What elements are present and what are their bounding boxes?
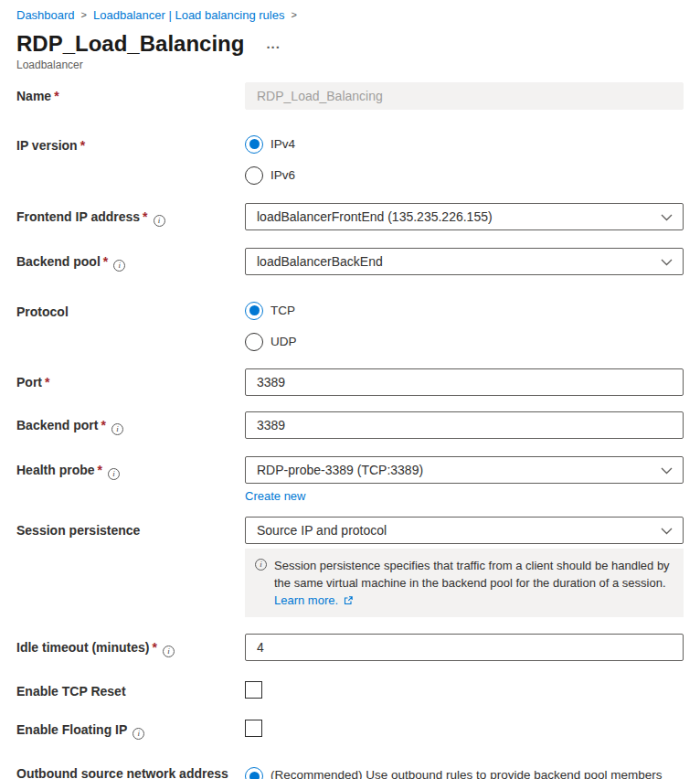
backend-pool-dropdown[interactable]: loadBalancerBackEnd	[245, 248, 684, 275]
row-frontend-ip: Frontend IP address*i loadBalancerFrontE…	[16, 203, 684, 230]
row-name: Name*	[16, 82, 684, 110]
tcp-radio[interactable]	[245, 302, 263, 320]
external-link-icon	[344, 596, 353, 605]
name-label: Name*	[16, 82, 245, 110]
tcp-reset-checkbox[interactable]	[245, 681, 262, 699]
page-title: RDP_Load_Balancing	[16, 31, 244, 57]
required-marker: *	[152, 640, 156, 655]
required-marker: *	[101, 418, 105, 432]
protocol-radio-group: TCP UDP	[245, 301, 684, 351]
tcp-reset-label-text: Enable TCP Reset	[16, 684, 126, 699]
ip-version-radio-group: IPv4 IPv6	[245, 134, 684, 185]
chevron-down-icon	[661, 259, 673, 266]
breadcrumb-separator-icon: >	[291, 9, 296, 20]
info-text: Session persistence specifies that traff…	[274, 559, 670, 590]
info-icon[interactable]: i	[133, 728, 144, 740]
load-balancing-rule-page: Dashboard > Loadbalancer | Load balancin…	[0, 0, 700, 779]
info-icon[interactable]: i	[111, 423, 123, 435]
row-ip-version: IP version* IPv4 IPv6	[16, 134, 684, 185]
udp-radio-label: UDP	[270, 335, 297, 348]
create-new-link[interactable]: Create new	[245, 489, 305, 503]
health-probe-dropdown-value: RDP-probe-3389 (TCP:3389)	[257, 463, 423, 477]
port-label-text: Port	[16, 375, 42, 390]
frontend-ip-label-text: Frontend IP address	[16, 209, 140, 224]
tcp-radio-label: TCP	[270, 304, 295, 317]
frontend-ip-dropdown[interactable]: loadBalancerFrontEnd (135.235.226.155)	[245, 203, 684, 230]
header: RDP_Load_Balancing ...	[16, 31, 684, 57]
name-input[interactable]	[245, 82, 684, 110]
breadcrumb-dashboard[interactable]: Dashboard	[16, 8, 75, 22]
row-backend-pool: Backend pool*i loadBalancerBackEnd	[16, 248, 684, 275]
snat-label-text: Outbound source network address translat…	[16, 766, 228, 779]
row-port: Port*	[16, 368, 684, 396]
row-backend-port: Backend port*i	[16, 411, 684, 439]
health-probe-dropdown[interactable]: RDP-probe-3389 (TCP:3389)	[245, 456, 684, 484]
page-subtitle: Loadbalancer	[16, 59, 684, 71]
learn-more-link[interactable]: Learn more.	[274, 593, 338, 607]
chevron-down-icon	[661, 528, 673, 535]
udp-radio[interactable]	[245, 333, 263, 351]
session-persistence-info-text: Session persistence specifies that traff…	[274, 557, 673, 609]
name-label-text: Name	[16, 89, 51, 103]
ip-version-label: IP version*	[16, 134, 245, 185]
ipv6-radio[interactable]	[245, 166, 263, 185]
snat-option-text-body: (Recommended) Use outbound rules to prov…	[270, 768, 662, 779]
info-icon[interactable]: i	[154, 215, 165, 227]
required-marker: *	[80, 138, 85, 153]
snat-option-recommended[interactable]: (Recommended) Use outbound rules to prov…	[245, 766, 684, 779]
protocol-label: Protocol	[16, 301, 245, 351]
ip-version-option-ipv6[interactable]: IPv6	[245, 165, 684, 185]
more-options-button[interactable]: ...	[266, 39, 281, 48]
protocol-option-tcp[interactable]: TCP	[245, 301, 684, 320]
snat-label: Outbound source network address translat…	[16, 766, 245, 779]
floating-ip-label-text: Enable Floating IP	[16, 722, 127, 737]
info-icon[interactable]: i	[113, 260, 125, 272]
row-session-persistence: Session persistence Source IP and protoc…	[16, 517, 684, 617]
port-input[interactable]	[245, 368, 684, 396]
ipv6-radio-label: IPv6	[270, 168, 295, 182]
breadcrumb: Dashboard > Loadbalancer | Load balancin…	[16, 7, 684, 22]
session-persistence-dropdown[interactable]: Source IP and protocol	[245, 517, 684, 544]
info-icon: i	[255, 559, 267, 571]
session-persistence-label-text: Session persistence	[16, 523, 140, 538]
row-floating-ip: Enable Floating IPi	[16, 720, 684, 740]
required-marker: *	[54, 89, 58, 103]
row-idle-timeout: Idle timeout (minutes)*i	[16, 634, 684, 661]
ipv4-radio[interactable]	[245, 135, 263, 154]
rule-form: Name* IP version* IPv4 IPv6	[16, 82, 684, 779]
frontend-ip-label: Frontend IP address*i	[16, 203, 245, 230]
protocol-option-udp[interactable]: UDP	[245, 332, 684, 351]
backend-port-label: Backend port*i	[16, 411, 245, 439]
info-icon[interactable]: i	[108, 468, 120, 480]
backend-pool-label-text: Backend pool	[16, 254, 101, 269]
idle-timeout-label: Idle timeout (minutes)*i	[16, 634, 245, 661]
chevron-down-icon	[661, 467, 673, 475]
snat-option-text: (Recommended) Use outbound rules to prov…	[270, 766, 684, 779]
chevron-down-icon	[661, 214, 673, 221]
frontend-ip-dropdown-value: loadBalancerFrontEnd (135.235.226.155)	[257, 209, 493, 224]
breadcrumb-separator-icon: >	[81, 9, 87, 20]
row-tcp-reset: Enable TCP Reset	[16, 681, 684, 699]
floating-ip-checkbox[interactable]	[245, 720, 262, 737]
breadcrumb-loadbalancer-rules[interactable]: Loadbalancer | Load balancing rules	[93, 8, 284, 22]
floating-ip-label: Enable Floating IPi	[16, 720, 245, 740]
idle-timeout-label-text: Idle timeout (minutes)	[16, 640, 149, 655]
backend-pool-dropdown-value: loadBalancerBackEnd	[257, 254, 383, 269]
session-persistence-dropdown-value: Source IP and protocol	[257, 523, 387, 538]
row-snat: Outbound source network address translat…	[16, 766, 684, 779]
required-marker: *	[98, 463, 102, 477]
info-icon[interactable]: i	[163, 646, 175, 657]
session-persistence-info-box: i Session persistence specifies that tra…	[245, 549, 684, 617]
idle-timeout-input[interactable]	[245, 634, 684, 661]
row-protocol: Protocol TCP UDP	[16, 301, 684, 351]
health-probe-label: Health probe*i	[16, 456, 245, 504]
snat-radio[interactable]	[245, 767, 263, 779]
port-label: Port*	[16, 368, 245, 396]
backend-port-input[interactable]	[245, 411, 684, 439]
backend-port-label-text: Backend port	[16, 418, 98, 432]
required-marker: *	[143, 209, 147, 224]
required-marker: *	[103, 254, 108, 269]
protocol-label-text: Protocol	[16, 304, 69, 319]
ip-version-label-text: IP version	[16, 138, 78, 153]
ip-version-option-ipv4[interactable]: IPv4	[245, 134, 684, 154]
